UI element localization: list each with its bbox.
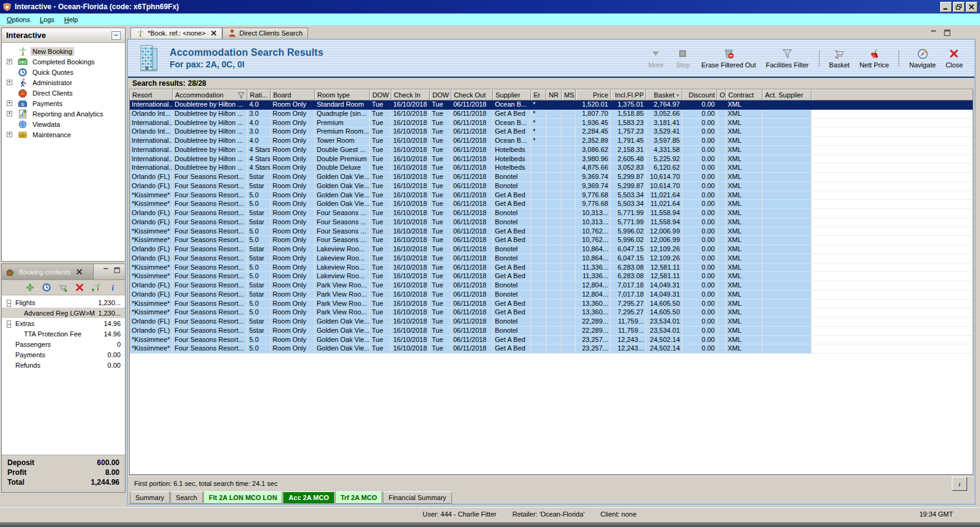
- more-button[interactable]: More: [643, 45, 669, 72]
- table-row[interactable]: *Kissimmee*Four Seasons Resort...5.0Room…: [130, 272, 973, 281]
- table-row[interactable]: Orlando (FL)Four Seasons Resort...5starR…: [130, 245, 973, 254]
- tab-book-ref-none[interactable]: *Book. ref.: <none>: [130, 28, 222, 39]
- column-header-basket[interactable]: Basket▼: [646, 89, 682, 100]
- table-row[interactable]: *Kissimmee*Four Seasons Resort...5.0Room…: [130, 236, 973, 245]
- table-row[interactable]: International...Doubletree by Hilton ...…: [130, 146, 973, 155]
- menu-options[interactable]: Options: [2, 15, 35, 25]
- column-header-accommodation[interactable]: Accommodation: [173, 89, 247, 100]
- column-header-of[interactable]: Of: [717, 89, 726, 100]
- table-row[interactable]: Orlando Int...Doubletree by Hilton ...3.…: [130, 127, 973, 137]
- panel-minimize-icon[interactable]: [103, 267, 110, 273]
- column-header-nr[interactable]: NR: [546, 89, 562, 100]
- collapse-toggle[interactable]: −: [7, 320, 11, 328]
- facilities-filter-button[interactable]: Facilities Filter: [761, 45, 813, 72]
- sidebar-item-administrator[interactable]: +Administrator: [2, 77, 125, 88]
- sidebar-item-viewdata[interactable]: Viewdata: [2, 119, 125, 129]
- palm-up-icon[interactable]: [91, 282, 101, 292]
- basket-button[interactable]: Basket: [825, 45, 854, 72]
- column-header-dow[interactable]: DOW: [370, 89, 391, 100]
- column-header-rati[interactable]: Rati...: [247, 89, 271, 100]
- table-row[interactable]: *Kissimmee*Four Seasons Resort...5.0Room…: [130, 191, 973, 200]
- booking-row-flights[interactable]: −Flights1,230...: [2, 297, 125, 308]
- nett-price-button[interactable]: Nett Price: [855, 45, 893, 72]
- expand-toggle[interactable]: +: [7, 111, 12, 116]
- mdi-maximize-icon[interactable]: [944, 29, 951, 36]
- restore-button[interactable]: [953, 2, 965, 12]
- column-header-resort[interactable]: Resort: [130, 89, 173, 100]
- table-row[interactable]: *Kissimmee*Four Seasons Resort...5.0Room…: [130, 308, 973, 317]
- booking-row-passengers[interactable]: Passengers0: [2, 339, 125, 349]
- close-window-button[interactable]: [966, 2, 978, 12]
- booking-row-tta-protection-fee[interactable]: TTA Protection Fee14.96: [2, 328, 125, 339]
- panel-maximize-icon[interactable]: [114, 267, 121, 273]
- quote-icon[interactable]: [42, 282, 51, 292]
- bottom-tab-financial-summary[interactable]: Financial Summary: [383, 491, 451, 504]
- info-button[interactable]: i: [952, 477, 967, 491]
- table-row[interactable]: *Kissimmee*Four Seasons Resort...5.0Room…: [130, 300, 973, 309]
- expand-toggle[interactable]: +: [7, 100, 12, 106]
- mdi-minimize-icon[interactable]: [930, 29, 938, 36]
- erase-filtered-out-button[interactable]: Erase Filtered Out: [697, 45, 760, 72]
- table-row[interactable]: International...Doubletree by Hilton ...…: [130, 119, 973, 128]
- sidebar-item-completed-bookings[interactable]: +Completed Bookings: [2, 56, 125, 67]
- bottom-tab-summary[interactable]: Summary: [130, 491, 170, 504]
- table-row[interactable]: Orlando (FL)Four Seasons Resort...5starR…: [130, 173, 973, 182]
- column-header-price[interactable]: Price: [576, 89, 611, 100]
- table-row[interactable]: Orlando (FL)Four Seasons Resort...5starR…: [130, 290, 973, 300]
- booking-row-extras[interactable]: −Extras14.96: [2, 318, 125, 328]
- sidebar-item-maintenance[interactable]: +Maintenance: [2, 129, 125, 140]
- table-row[interactable]: International...Doubletree by Hilton ...…: [130, 137, 973, 146]
- table-row[interactable]: *Kissimmee*Four Seasons Resort...5.0Room…: [130, 344, 973, 354]
- sidebar-item-quick-quotes[interactable]: Quick Quotes: [2, 67, 125, 77]
- column-header-discount[interactable]: Discount: [682, 89, 717, 100]
- collapse-toggle[interactable]: −: [7, 300, 11, 307]
- navigate-button[interactable]: Navigate: [905, 45, 940, 72]
- column-header-ms[interactable]: MS: [562, 89, 576, 100]
- column-header-board[interactable]: Board: [271, 89, 315, 100]
- booking-row-advanced-reg-lgw-m[interactable]: Advanced Reg LGW>M1,230...: [2, 308, 125, 318]
- table-row[interactable]: Orlando Int...Doubletree by Hilton ...3.…: [130, 110, 973, 119]
- column-header-room-type[interactable]: Room type: [315, 89, 370, 100]
- cart-go-icon[interactable]: [58, 282, 68, 292]
- table-row[interactable]: Orlando (FL)Four Seasons Resort...5starR…: [130, 182, 973, 191]
- minimize-button[interactable]: [940, 2, 952, 12]
- table-row[interactable]: Orlando (FL)Four Seasons Resort...5starR…: [130, 254, 973, 264]
- table-row[interactable]: Orlando (FL)Four Seasons Resort...5starR…: [130, 327, 973, 336]
- menu-help[interactable]: Help: [59, 15, 83, 25]
- table-row[interactable]: *Kissimmee*Four Seasons Resort...5.0Room…: [130, 336, 973, 345]
- menu-logs[interactable]: Logs: [35, 15, 59, 25]
- table-row[interactable]: *Kissimmee*Four Seasons Resort...5.0Room…: [130, 227, 973, 237]
- add-icon[interactable]: [25, 282, 35, 292]
- booking-contents-tab[interactable]: Booking contents: [2, 264, 94, 279]
- table-row[interactable]: *Kissimmee*Four Seasons Resort...5.0Room…: [130, 200, 973, 209]
- column-header-contract[interactable]: Contract: [726, 89, 763, 100]
- stop-button[interactable]: Stop: [670, 45, 696, 72]
- expand-toggle[interactable]: +: [7, 132, 12, 137]
- bottom-tab-trf-2a-mco[interactable]: Trf 2A MCO: [335, 491, 383, 504]
- collapse-panel-button[interactable]: −: [111, 31, 121, 40]
- delete-icon[interactable]: [75, 282, 85, 292]
- sidebar-item-reporting-and-analytics[interactable]: +Reporting and Analytics: [2, 108, 125, 119]
- sidebar-item-new-booking[interactable]: New Booking: [2, 46, 125, 56]
- expand-toggle[interactable]: +: [7, 59, 12, 64]
- expand-toggle[interactable]: +: [7, 80, 12, 85]
- column-header-dow[interactable]: DOW: [430, 89, 451, 100]
- close-tab-icon[interactable]: [211, 30, 217, 36]
- close-panel-icon[interactable]: [76, 268, 83, 275]
- bottom-tab-acc-2a-mco[interactable]: Acc 2A MCO: [283, 491, 334, 504]
- booking-row-payments[interactable]: Payments0.00: [2, 349, 125, 360]
- table-row[interactable]: International...Doubletree by Hilton ...…: [130, 164, 973, 173]
- table-row[interactable]: Orlando (FL)Four Seasons Resort...5starR…: [130, 209, 973, 218]
- table-row[interactable]: Orlando (FL)Four Seasons Resort...5starR…: [130, 317, 973, 327]
- column-header-incl-fl-pp[interactable]: Incl.Fl.PP: [611, 89, 646, 100]
- column-header-act-supplier[interactable]: Act. Supplier: [763, 89, 812, 100]
- table-row[interactable]: International...Doubletree by Hilton ...…: [130, 155, 973, 164]
- sidebar-item-direct-clients[interactable]: Direct Clients: [2, 88, 125, 98]
- column-header-check-in[interactable]: Check In: [391, 89, 430, 100]
- column-header-check-out[interactable]: Check Out: [451, 89, 493, 100]
- tab-direct-clients-search[interactable]: Direct Clients Search: [222, 28, 308, 39]
- info-icon[interactable]: i: [108, 282, 118, 292]
- bottom-tab-flt-2a-lon-mco-lon[interactable]: Flt 2A LON MCO LON: [203, 491, 282, 504]
- booking-row-refunds[interactable]: Refunds0.00: [2, 360, 125, 370]
- table-row[interactable]: Orlando (FL)Four Seasons Resort...5starR…: [130, 281, 973, 290]
